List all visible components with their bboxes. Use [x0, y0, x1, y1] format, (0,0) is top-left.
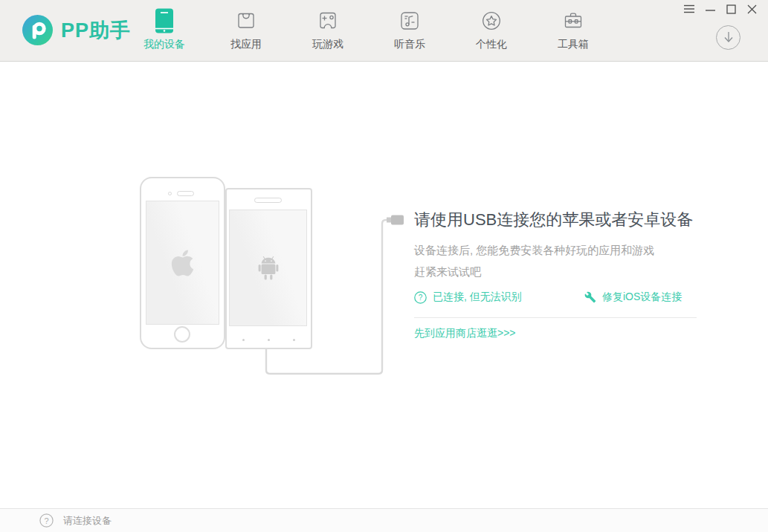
download-circle-icon[interactable] — [716, 25, 740, 50]
visit-app-store-link[interactable]: 先到应用商店逛逛>>> — [414, 327, 516, 340]
status-text: 请连接设备 — [63, 514, 112, 528]
connected-not-recognized-link[interactable]: ? 已连接, 但无法识别 — [414, 291, 522, 304]
android-speaker — [254, 198, 282, 203]
app-logo: PP助手 — [22, 15, 131, 45]
connect-heading: 请使用USB连接您的苹果或者安卓设备 — [414, 210, 704, 230]
tab-label: 工具箱 — [550, 38, 596, 51]
tab-label: 听音乐 — [387, 38, 433, 51]
music-note-icon — [387, 6, 433, 36]
iphone-screen — [146, 201, 219, 325]
description-line: 赶紧来试试吧 — [414, 261, 704, 282]
link-label: 已连接, 但无法识别 — [433, 291, 522, 304]
main-nav: 我的设备 找应用 — [141, 6, 632, 51]
iphone-speaker — [177, 191, 194, 196]
android-screen — [229, 210, 307, 326]
main-content: 请使用USB连接您的苹果或者安卓设备 设备连接后, 您能免费安装各种好玩的应用和… — [0, 62, 768, 508]
apple-logo-icon — [170, 248, 195, 278]
fix-ios-connection-link[interactable]: 修复iOS设备连接 — [584, 291, 682, 304]
android-robot-icon — [256, 256, 280, 281]
app-title: PP助手 — [61, 17, 131, 44]
wrench-icon — [584, 291, 596, 303]
gamepad-icon — [305, 6, 351, 36]
svg-text:?: ? — [419, 293, 423, 302]
tab-my-device[interactable]: 我的设备 — [141, 6, 187, 51]
help-question-circle-icon[interactable]: ? — [39, 513, 54, 528]
tab-play-games[interactable]: 玩游戏 — [305, 6, 351, 51]
connect-panel: 请使用USB连接您的苹果或者安卓设备 设备连接后, 您能免费安装各种好玩的应用和… — [414, 210, 704, 340]
window-controls — [674, 3, 758, 15]
android-phone-illustration — [225, 188, 312, 349]
header-bar: PP助手 我的设备 — [0, 0, 768, 62]
tab-label: 我的设备 — [141, 38, 187, 51]
help-links-row: ? 已连接, 但无法识别 修复iOS设备连接 — [414, 291, 704, 305]
iphone-home-button — [174, 326, 190, 343]
android-nav-dots — [227, 339, 311, 341]
iphone-camera-dot — [168, 192, 172, 195]
minimize-icon[interactable] — [704, 3, 716, 15]
usb-plug-icon — [387, 215, 404, 225]
link-label: 修复iOS设备连接 — [602, 291, 682, 304]
app-window: PP助手 我的设备 — [0, 0, 768, 532]
toolbox-icon — [550, 6, 596, 36]
my-device-phone-icon — [141, 6, 187, 36]
close-icon[interactable] — [746, 3, 758, 15]
star-circle-icon — [468, 6, 514, 36]
iphone-illustration — [140, 177, 225, 349]
question-circle-icon: ? — [414, 291, 427, 304]
svg-text:?: ? — [44, 516, 48, 525]
tab-toolbox[interactable]: 工具箱 — [550, 6, 596, 51]
panel-divider — [414, 317, 697, 318]
pp-logo-icon — [22, 15, 53, 45]
tab-listen-music[interactable]: 听音乐 — [387, 6, 433, 51]
description-line: 设备连接后, 您能免费安装各种好玩的应用和游戏 — [414, 239, 704, 261]
connect-description: 设备连接后, 您能免费安装各种好玩的应用和游戏 赶紧来试试吧 — [414, 239, 704, 282]
tab-find-apps[interactable]: 找应用 — [223, 6, 269, 51]
tab-label: 个性化 — [468, 38, 514, 51]
shopping-bag-icon — [223, 6, 269, 36]
menu-icon[interactable] — [683, 3, 695, 15]
tab-label: 玩游戏 — [305, 38, 351, 51]
tab-label: 找应用 — [223, 38, 269, 51]
maximize-icon[interactable] — [725, 3, 737, 15]
status-bar: ? 请连接设备 — [0, 508, 768, 532]
tab-personalization[interactable]: 个性化 — [468, 6, 514, 51]
